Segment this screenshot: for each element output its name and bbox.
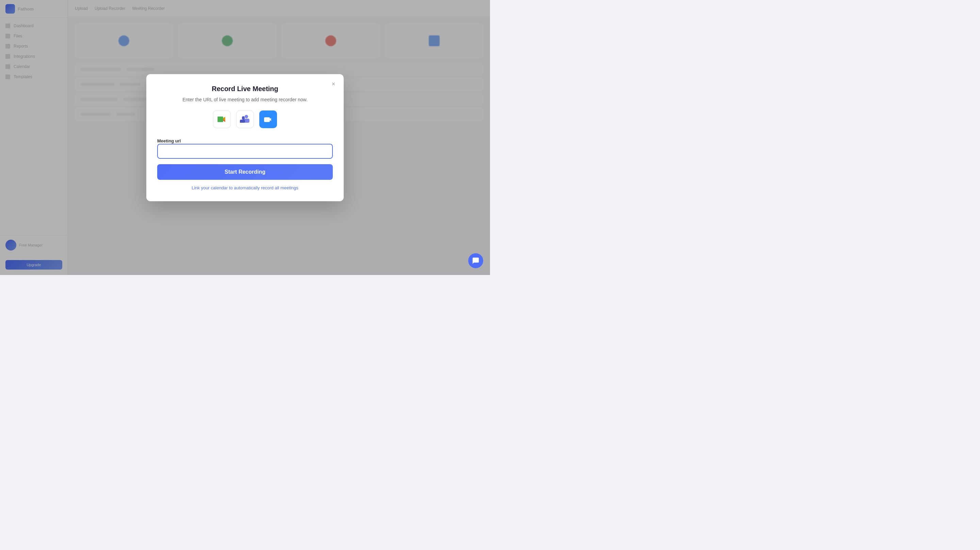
- meeting-platform-icons: [157, 111, 333, 128]
- modal-title: Record Live Meeting: [157, 85, 333, 93]
- calendar-link[interactable]: Link your calendar to automatically reco…: [157, 185, 333, 190]
- google-meet-icon[interactable]: [213, 111, 231, 128]
- chat-bubble-button[interactable]: [468, 253, 483, 268]
- modal-overlay: × Record Live Meeting Enter the URL of l…: [0, 0, 490, 275]
- start-recording-button[interactable]: Start Recording: [157, 164, 333, 180]
- meeting-url-label: Meeting url: [157, 138, 181, 143]
- meeting-url-input[interactable]: [157, 144, 333, 159]
- close-icon: ×: [332, 81, 336, 88]
- ms-teams-icon[interactable]: [236, 111, 254, 128]
- record-meeting-modal: × Record Live Meeting Enter the URL of l…: [146, 74, 344, 201]
- modal-close-button[interactable]: ×: [329, 79, 338, 89]
- modal-subtitle: Enter the URL of live meeting to add mee…: [157, 97, 333, 102]
- svg-point-0: [245, 115, 248, 118]
- zoom-icon[interactable]: [259, 111, 277, 128]
